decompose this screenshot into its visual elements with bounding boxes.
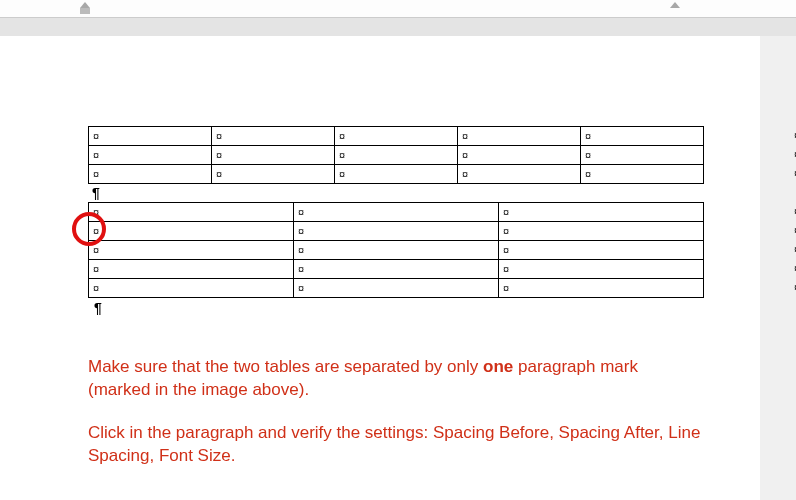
table-cell[interactable]: ¤	[89, 127, 212, 146]
table-cell[interactable]: ¤	[499, 222, 704, 241]
table-cell[interactable]: ¤	[581, 127, 704, 146]
table-cell[interactable]: ¤	[294, 279, 499, 298]
table-1[interactable]: ¤ ¤ ¤ ¤ ¤ ¤ ¤ ¤ ¤ ¤ ¤ ¤ ¤ ¤	[88, 126, 704, 184]
table-row: ¤ ¤ ¤	[89, 279, 704, 298]
table-cell[interactable]: ¤	[294, 260, 499, 279]
table-cell[interactable]: ¤	[581, 146, 704, 165]
cell-end-mark: ¤	[298, 244, 304, 256]
table-cell[interactable]: ¤	[89, 279, 294, 298]
cell-end-mark: ¤	[503, 244, 509, 256]
cell-end-mark: ¤	[93, 206, 99, 218]
cell-end-mark: ¤	[298, 225, 304, 237]
cell-end-mark: ¤	[503, 206, 509, 218]
cell-end-mark: ¤	[93, 225, 99, 237]
table-row: ¤ ¤ ¤ ¤ ¤	[89, 165, 704, 184]
pilcrow-icon: ¶	[94, 300, 102, 316]
cell-end-mark: ¤	[216, 168, 222, 180]
separator-paragraph[interactable]: ¶	[88, 184, 720, 202]
document-page[interactable]: ¤ ¤ ¤ ¤ ¤ ¤ ¤ ¤ ¤ ¤ ¤ ¤ ¤ ¤	[0, 36, 760, 500]
table-cell[interactable]: ¤	[89, 203, 294, 222]
table-cell[interactable]: ¤	[335, 127, 458, 146]
cell-end-mark: ¤	[298, 263, 304, 275]
ruler-indent-marker-left[interactable]	[80, 2, 90, 14]
table-cell[interactable]: ¤	[499, 279, 704, 298]
table-cell[interactable]: ¤	[89, 241, 294, 260]
table-2[interactable]: ¤ ¤ ¤ ¤ ¤ ¤ ¤ ¤ ¤ ¤ ¤ ¤	[88, 202, 704, 298]
cell-end-mark: ¤	[503, 282, 509, 294]
table-cell[interactable]: ¤	[335, 165, 458, 184]
cell-end-mark: ¤	[93, 130, 99, 142]
table-cell[interactable]: ¤	[294, 203, 499, 222]
cell-end-mark: ¤	[585, 130, 591, 142]
text: Make sure that the two tables are separa…	[88, 357, 483, 376]
cell-end-mark: ¤	[585, 149, 591, 161]
table-row: ¤ ¤ ¤ ¤ ¤	[89, 127, 704, 146]
page-gap	[0, 18, 796, 36]
cell-end-mark: ¤	[298, 282, 304, 294]
table-row: ¤ ¤ ¤ ¤ ¤	[89, 146, 704, 165]
table-cell[interactable]: ¤	[212, 127, 335, 146]
cell-end-mark: ¤	[216, 130, 222, 142]
cell-end-mark: ¤	[93, 149, 99, 161]
trailing-paragraph[interactable]: ¶	[88, 298, 720, 316]
table-cell[interactable]: ¤	[499, 260, 704, 279]
table-cell[interactable]: ¤	[458, 146, 581, 165]
table-cell[interactable]: ¤	[89, 222, 294, 241]
table-2-wrap: ¤ ¤ ¤ ¤ ¤ ¤ ¤ ¤ ¤ ¤ ¤ ¤	[88, 202, 720, 298]
table-cell[interactable]: ¤	[212, 165, 335, 184]
cell-end-mark: ¤	[585, 168, 591, 180]
cell-end-mark: ¤	[93, 244, 99, 256]
table-cell[interactable]: ¤	[212, 146, 335, 165]
instruction-paragraph-2: Click in the paragraph and verify the se…	[88, 422, 704, 468]
table-row: ¤ ¤ ¤	[89, 260, 704, 279]
cell-end-mark: ¤	[93, 168, 99, 180]
table-cell[interactable]: ¤	[294, 241, 499, 260]
cell-end-mark: ¤	[339, 149, 345, 161]
cell-end-mark: ¤	[503, 263, 509, 275]
ruler-indent-marker-right[interactable]	[670, 2, 680, 14]
cell-end-mark: ¤	[339, 130, 345, 142]
instruction-paragraph-1: Make sure that the two tables are separa…	[88, 356, 704, 402]
instruction-text: Make sure that the two tables are separa…	[88, 356, 704, 468]
table-row: ¤ ¤ ¤	[89, 203, 704, 222]
table-cell[interactable]: ¤	[581, 165, 704, 184]
table-cell[interactable]: ¤	[499, 203, 704, 222]
pilcrow-icon: ¶	[92, 185, 100, 201]
cell-end-mark: ¤	[462, 149, 468, 161]
table-cell[interactable]: ¤	[335, 146, 458, 165]
table-cell[interactable]: ¤	[458, 127, 581, 146]
cell-end-mark: ¤	[93, 282, 99, 294]
table-cell[interactable]: ¤	[89, 165, 212, 184]
text-bold: one	[483, 357, 513, 376]
ruler	[0, 0, 796, 18]
table-row: ¤ ¤ ¤	[89, 241, 704, 260]
cell-end-mark: ¤	[462, 168, 468, 180]
table-cell[interactable]: ¤	[499, 241, 704, 260]
table-cell[interactable]: ¤	[458, 165, 581, 184]
cell-end-mark: ¤	[503, 225, 509, 237]
table-1-wrap: ¤ ¤ ¤ ¤ ¤ ¤ ¤ ¤ ¤ ¤ ¤ ¤ ¤ ¤	[88, 126, 720, 184]
table-cell[interactable]: ¤	[89, 260, 294, 279]
cell-end-mark: ¤	[216, 149, 222, 161]
cell-end-mark: ¤	[462, 130, 468, 142]
table-cell[interactable]: ¤	[89, 146, 212, 165]
cell-end-mark: ¤	[298, 206, 304, 218]
cell-end-mark: ¤	[93, 263, 99, 275]
cell-end-mark: ¤	[339, 168, 345, 180]
table-row: ¤ ¤ ¤	[89, 222, 704, 241]
table-cell[interactable]: ¤	[294, 222, 499, 241]
